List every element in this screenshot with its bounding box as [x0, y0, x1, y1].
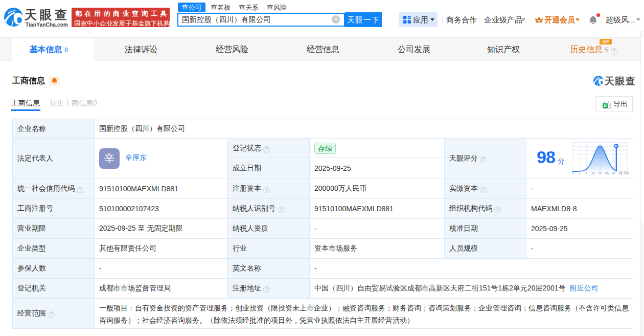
svg-text:50: 50 — [599, 172, 602, 175]
svg-text:97: 97 — [612, 172, 615, 175]
svg-text:3: 3 — [586, 172, 588, 175]
svg-text:100: 100 — [624, 172, 629, 175]
svg-text:15: 15 — [591, 172, 595, 175]
svg-text:1: 1 — [579, 172, 581, 175]
svg-text:99: 99 — [619, 172, 623, 175]
svg-text:0: 0 — [572, 172, 574, 175]
svg-text:85: 85 — [605, 172, 609, 175]
